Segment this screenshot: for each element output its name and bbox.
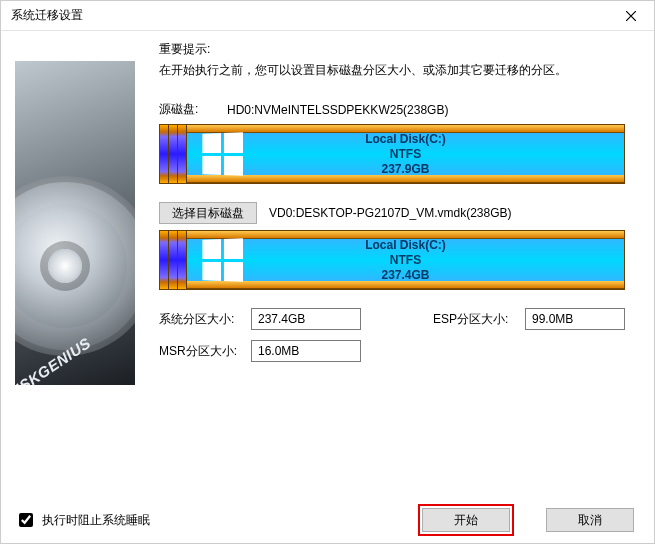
msr-size-label: MSR分区大小: (159, 343, 251, 360)
hint-body: 在开始执行之前，您可以设置目标磁盘分区大小、或添加其它要迁移的分区。 (159, 62, 636, 79)
source-part-fs: NTFS (187, 147, 624, 162)
footer: 执行时阻止系统睡眠 开始 取消 (1, 497, 654, 543)
window-title: 系统迁移设置 (11, 7, 83, 24)
close-button[interactable] (608, 1, 654, 31)
close-icon (626, 11, 636, 21)
main-content: 重要提示: 在开始执行之前，您可以设置目标磁盘分区大小、或添加其它要迁移的分区。… (149, 31, 654, 497)
prevent-sleep-row[interactable]: 执行时阻止系统睡眠 (15, 510, 416, 530)
msr-size-input[interactable] (251, 340, 361, 362)
esp-size-input[interactable] (525, 308, 625, 330)
brand-text: DISKGENIUS (15, 334, 94, 385)
target-diskbar[interactable]: Local Disk(C:) NTFS 237.4GB (159, 230, 625, 290)
reserved-stripes (160, 125, 187, 183)
size-fields: 系统分区大小: ESP分区大小: MSR分区大小: (159, 308, 636, 362)
cancel-button[interactable]: 取消 (546, 508, 634, 532)
source-label: 源磁盘: (159, 101, 215, 118)
start-button[interactable]: 开始 (422, 508, 510, 532)
titlebar: 系统迁移设置 (1, 1, 654, 31)
reserved-stripes (160, 231, 187, 289)
source-partition-text: Local Disk(C:) NTFS 237.9GB (187, 132, 624, 177)
target-part-title: Local Disk(C:) (187, 238, 624, 253)
target-name: VD0:DESKTOP-PG2107D_VM.vmdk(238GB) (269, 206, 512, 220)
target-part-fs: NTFS (187, 253, 624, 268)
source-row: 源磁盘: HD0:NVMeINTELSSDPEKKW25(238GB) (159, 101, 636, 118)
target-partition-text: Local Disk(C:) NTFS 237.4GB (187, 238, 624, 283)
target-part-size: 237.4GB (187, 268, 624, 283)
source-diskbar[interactable]: Local Disk(C:) NTFS 237.9GB (159, 124, 625, 184)
source-name: HD0:NVMeINTELSSDPEKKW25(238GB) (227, 103, 448, 117)
target-partition[interactable]: Local Disk(C:) NTFS 237.4GB (187, 231, 624, 289)
sidebar: DISKGENIUS (1, 31, 149, 497)
target-row: 选择目标磁盘 VD0:DESKTOP-PG2107D_VM.vmdk(238GB… (159, 202, 636, 224)
brand-image: DISKGENIUS (15, 61, 135, 385)
prevent-sleep-checkbox[interactable] (19, 513, 33, 527)
source-part-size: 237.9GB (187, 162, 624, 177)
hint-title: 重要提示: (159, 41, 636, 58)
prevent-sleep-label: 执行时阻止系统睡眠 (42, 512, 150, 529)
system-size-input[interactable] (251, 308, 361, 330)
esp-size-label: ESP分区大小: (433, 311, 525, 328)
select-target-button[interactable]: 选择目标磁盘 (159, 202, 257, 224)
system-size-label: 系统分区大小: (159, 311, 251, 328)
source-part-title: Local Disk(C:) (187, 132, 624, 147)
source-partition[interactable]: Local Disk(C:) NTFS 237.9GB (187, 125, 624, 183)
